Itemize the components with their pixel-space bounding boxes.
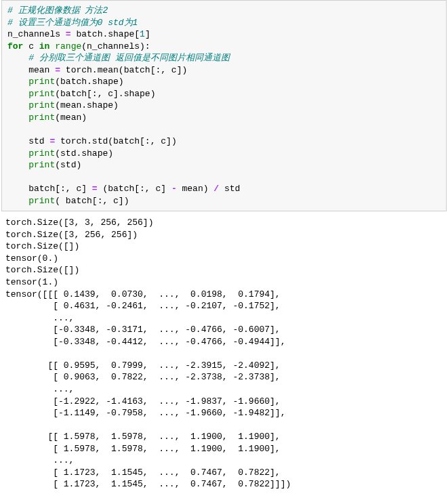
output-line: ...,: [5, 455, 74, 465]
code-line-5: # 分别取三个通道图 返回值是不同图片相同通道图: [7, 53, 230, 63]
output-line: [ 1.1723, 1.1545, ..., 0.7467, 0.7822],: [5, 467, 281, 478]
code-line-13: print(std.shape): [7, 148, 113, 159]
output-line: tensor([[[ 0.1439, 0.0730, ..., 0.0198, …: [5, 289, 281, 299]
code-line-8: print(batch[:, c].shape): [7, 89, 155, 99]
output-line: [[ 1.5978, 1.5978, ..., 1.1900, 1.1900],: [5, 432, 281, 442]
output-line: torch.Size([3, 3, 256, 256]): [5, 217, 153, 228]
code-cell[interactable]: # 正规化图像数据 方法2 # 设置三个通道均值为0 std为1 n_chann…: [1, 0, 447, 211]
output-line: [[ 0.9595, 0.7999, ..., -2.3915, -2.4092…: [5, 360, 281, 371]
code-line-4: for c in range(n_channels):: [7, 41, 150, 51]
output-line: tensor(1.): [5, 277, 58, 287]
output-line: [-1.1149, -0.7958, ..., -1.9660, -1.9482…: [5, 408, 285, 418]
code-line-6: mean = torch.mean(batch[:, c]): [7, 65, 187, 75]
code-line-7: print(batch.shape): [7, 77, 124, 87]
output-line: [-0.3348, -0.3171, ..., -0.4766, -0.6007…: [5, 325, 281, 335]
code-line-3: n_channels = batch.shape[1]: [7, 29, 150, 39]
comment-line-2: # 设置三个通道均值为0 std为1: [7, 18, 138, 28]
output-line: ...,: [5, 313, 74, 323]
output-line: [ 1.5978, 1.5978, ..., 1.1900, 1.1900],: [5, 444, 281, 454]
output-cell: torch.Size([3, 3, 256, 256]) torch.Size(…: [0, 214, 448, 493]
output-line: [ 0.9063, 0.7822, ..., -2.3738, -2.3738]…: [5, 372, 281, 382]
output-line: [-0.3348, -0.4412, ..., -0.4766, -0.4944…: [5, 337, 285, 347]
comment-line-1: # 正规化图像数据 方法2: [7, 5, 108, 16]
output-line: ...,: [5, 384, 74, 394]
output-line: torch.Size([]): [5, 265, 79, 275]
output-line: [ 0.4631, -0.2461, ..., -0.2107, -0.1752…: [5, 301, 281, 311]
code-line-14: print(std): [7, 160, 81, 170]
output-line: [-1.2922, -1.4163, ..., -1.9837, -1.9660…: [5, 396, 281, 407]
output-line: torch.Size([3, 256, 256]): [5, 230, 138, 240]
code-line-10: print(mean): [7, 112, 87, 123]
code-line-16: batch[:, c] = (batch[:, c] - mean) / std: [7, 184, 240, 194]
output-line: tensor(0.): [5, 253, 58, 264]
output-line: [ 1.1723, 1.1545, ..., 0.7467, 0.7822]]]…: [5, 479, 291, 489]
output-line: torch.Size([]): [5, 241, 79, 251]
code-line-9: print(mean.shape): [7, 100, 119, 110]
code-line-17: print( batch[:, c]): [7, 196, 129, 206]
code-line-12: std = torch.std(batch[:, c]): [7, 136, 177, 146]
